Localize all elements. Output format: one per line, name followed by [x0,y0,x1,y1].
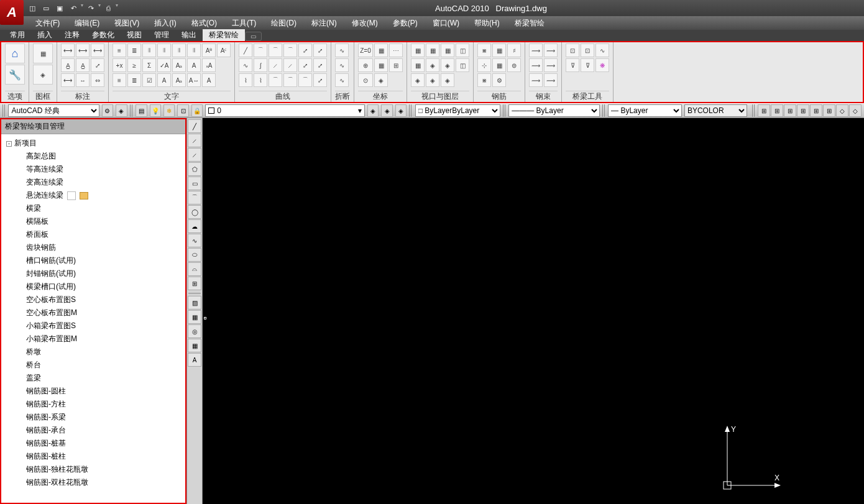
break-btn[interactable]: ∿ [335,44,349,57]
rebar-btn[interactable]: ⊚ [507,58,521,72]
curve-btn[interactable]: ⌒ [283,44,297,57]
menu-help[interactable]: 帮助(H) [467,17,507,30]
curve-btn[interactable]: ⤢ [313,73,327,87]
menu-insert[interactable]: 插入(I) [147,17,183,30]
vp-btn[interactable]: ▦ [426,44,439,57]
rebar-btn[interactable]: ▦ [492,58,506,72]
mtext-icon[interactable]: A [188,353,201,367]
tab-output[interactable]: 输出 [175,29,203,41]
frame-icon[interactable]: ▦ [33,44,53,63]
text-btn[interactable]: ≡ [113,73,126,87]
curve-btn[interactable]: ⤢ [313,58,327,72]
spline-icon[interactable]: ∿ [188,234,201,247]
tendon-btn[interactable]: ⟿ [544,44,558,57]
dim-btn[interactable]: ⟷ [91,44,104,57]
layer-on-icon[interactable]: 💡 [150,104,161,117]
arc-icon[interactable]: ⌒ [188,191,201,204]
drawing-canvas[interactable]: Y X [203,118,864,504]
coord-btn[interactable]: ◈ [374,73,388,87]
tendon-btn[interactable]: ⟿ [529,73,543,87]
vp-btn[interactable]: ◈ [426,58,439,72]
curve-btn[interactable]: ⤢ [298,58,312,72]
qat-undo-icon[interactable]: ↶ [67,2,80,14]
view-iso-icon[interactable]: ◇ [836,104,848,117]
view-back-icon[interactable]: ⊞ [823,104,835,117]
text-btn[interactable]: ≣ [127,73,141,87]
tree-item[interactable]: 齿块钢筋 [4,241,183,254]
text-btn[interactable]: Aₐ [172,73,186,87]
tree-item[interactable]: 高架总图 [4,150,183,163]
bridge-btn[interactable]: ⊽ [566,58,579,72]
text-btn[interactable]: ≡ [113,44,126,57]
vp-btn[interactable]: ◫ [456,58,469,72]
text-btn[interactable]: ≣ [127,44,141,57]
layer-select[interactable]: 0 ▾ [205,104,365,117]
tab-insert[interactable]: 插入 [31,29,58,41]
tendon-btn[interactable]: ⟿ [529,58,543,72]
curve-btn[interactable]: ∫ [254,58,267,72]
table-icon[interactable]: ▦ [188,339,201,352]
menu-dim[interactable]: 标注(N) [304,17,344,30]
qat-print-icon[interactable]: ⎙ [102,2,114,14]
tendon-btn[interactable]: ⟿ [544,73,558,87]
curve-btn[interactable]: ⌒ [269,44,282,57]
ellipsearc-icon[interactable]: ⌓ [188,262,201,276]
text-btn[interactable]: ☑ [142,73,156,87]
project-tree[interactable]: -新项目 高架总图等高连续梁变高连续梁悬浇连续梁横梁横隔板桥面板齿块钢筋槽口钢筋… [1,134,185,503]
menu-tools[interactable]: 工具(T) [224,17,264,30]
dim-btn[interactable]: ↔ [76,73,90,87]
tab-manage[interactable]: 管理 [148,29,175,41]
vp-btn[interactable]: ◈ [426,73,439,87]
text-btn[interactable]: ⫴ [187,44,201,57]
tree-item[interactable]: 空心板布置图M [4,306,183,319]
layer-lock-icon[interactable]: ⊡ [177,104,188,117]
vp-btn[interactable]: ▦ [411,58,425,72]
tab-view[interactable]: 视图 [121,29,148,41]
bridge-btn[interactable]: ⊡ [566,44,579,57]
workspace-select[interactable]: AutoCAD 经典 [8,104,99,117]
curve-btn[interactable]: ⟋ [269,58,282,72]
tree-item[interactable]: 钢筋图-方柱 [4,398,183,411]
tree-item[interactable]: 钢筋图-独柱花瓶墩 [4,463,183,476]
grip-icon[interactable] [752,104,755,117]
menu-edit[interactable]: 编辑(E) [67,17,107,30]
tree-item[interactable]: 横梁槽口(试用) [4,280,183,293]
text-btn[interactable]: ≥ [127,58,141,72]
tree-item[interactable]: 封锚钢筋(试用) [4,267,183,280]
tab-common[interactable]: 常用 [4,29,31,41]
tree-item[interactable]: 钢筋图-圆柱 [4,385,183,398]
text-btn[interactable]: ₓA [202,58,216,72]
text-btn[interactable]: A [187,58,201,72]
curve-btn[interactable]: ⤢ [298,44,312,57]
vp-btn[interactable]: ◈ [441,73,454,87]
tree-item[interactable]: 小箱梁布置图M [4,332,183,346]
qat-redo-icon[interactable]: ↷ [85,2,97,14]
layer-freeze-icon[interactable]: ❄ [163,104,175,117]
bridge-btn[interactable]: ⊡ [581,44,594,57]
text-btn[interactable]: ✓A [157,58,171,72]
rebar-btn[interactable]: ⊹ [477,58,491,72]
circle-icon[interactable]: ◯ [188,205,201,219]
ellipse-icon[interactable]: ⬭ [188,248,201,262]
polygon-icon[interactable]: ⬠ [188,162,201,176]
hatch-icon[interactable]: ▨ [188,296,201,309]
text-btn[interactable]: A [157,73,171,87]
vp-btn[interactable]: ◈ [441,58,454,72]
app-logo[interactable]: A [0,0,24,25]
coord-btn[interactable]: ⊙ [358,73,373,87]
curve-btn[interactable]: ⌒ [269,73,282,87]
tree-item[interactable]: 空心板布置图S [4,293,183,306]
text-btn[interactable]: A [202,73,216,87]
dim-btn[interactable]: ⟷ [61,44,75,57]
text-btn[interactable]: ⫴ [142,44,156,57]
menu-bridge[interactable]: 桥梁智绘 [507,17,552,30]
menu-modify[interactable]: 修改(M) [344,17,385,30]
bridge-btn[interactable]: ∿ [595,44,609,57]
text-btn[interactable]: A↔ [187,73,201,87]
menu-format[interactable]: 格式(O) [184,17,224,30]
menu-param[interactable]: 参数(P) [385,17,425,30]
curve-btn[interactable]: ⌇ [254,73,267,87]
xline-icon[interactable]: ⟋ [188,134,201,147]
tree-item[interactable]: 横隔板 [4,215,183,228]
coord-btn[interactable]: ⋯ [389,44,403,57]
